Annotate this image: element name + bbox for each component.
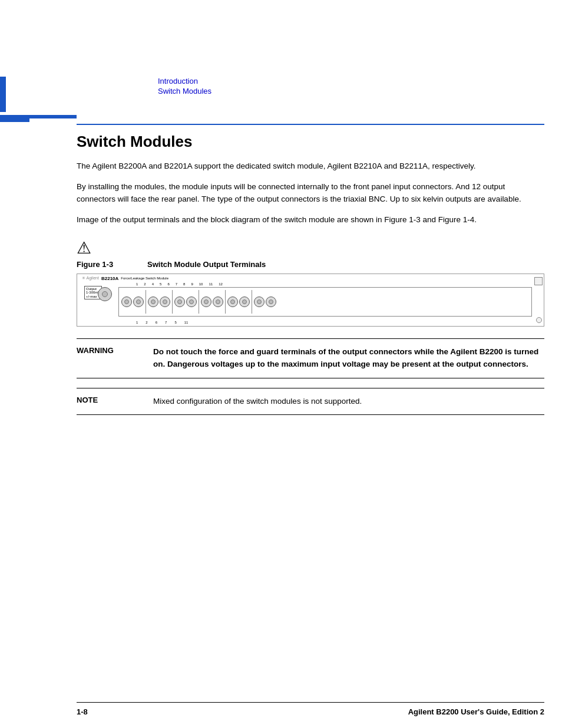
paragraph-1: The Agilent B2200A and B2201A support th… <box>77 160 544 173</box>
figure-title: Switch Module Output Terminals <box>147 260 266 269</box>
section-blue-bar2 <box>0 118 29 122</box>
bnc-4 <box>160 297 170 307</box>
warning-text: Do not touch the force and guard termina… <box>153 346 544 371</box>
footer-page-number: 1-8 <box>77 707 88 716</box>
sep-2 <box>172 290 173 314</box>
right-circle <box>536 317 542 323</box>
bnc-2 <box>133 297 144 307</box>
page-footer: 1-8 Agilent B2200 User's Guide, Edition … <box>77 702 544 716</box>
connector-pair-4 <box>201 297 223 307</box>
connector-numbers-row: 1 2 4 5 6 7 8 9 10 11 12 <box>136 282 529 286</box>
warning-section: WARNING Do not touch the force and guard… <box>77 338 544 378</box>
connector-pair-1 <box>121 297 144 307</box>
connectors-container <box>118 287 532 317</box>
diagram-model: B2210A <box>101 276 118 281</box>
footer-title: Agilent B2200 User's Guide, Edition 2 <box>408 707 544 716</box>
switch-diagram: ✳ Agilent B2210A Force/Leakage Switch Mo… <box>77 274 544 327</box>
bnc-1 <box>121 297 132 307</box>
figure-section: ⚠ Figure 1-3 Switch Module Output Termin… <box>77 238 544 327</box>
page-heading: Switch Modules <box>77 133 544 151</box>
warning-label: WARNING <box>77 346 153 355</box>
bnc-6 <box>186 297 197 307</box>
bnc-5 <box>174 297 185 307</box>
main-content: Switch Modules The Agilent B2200A and B2… <box>77 133 544 424</box>
breadcrumb: Introduction Switch Modules <box>158 77 211 95</box>
triangle-warning-icon: ⚠ <box>77 238 91 258</box>
top-rule <box>77 124 544 125</box>
connector-pair-6 <box>254 297 276 307</box>
connector-pair-3 <box>174 297 197 307</box>
caution-icon-area: ⚠ <box>77 238 544 258</box>
paragraph-2: By installing the modules, the module in… <box>77 181 544 206</box>
sep-3 <box>199 290 199 314</box>
bottom-labels-row: 1 2 6 7 5 11 <box>136 321 529 324</box>
bnc-10 <box>239 297 250 307</box>
sep-4 <box>225 290 226 314</box>
paragraph-3: Image of the output terminals and the bl… <box>77 214 544 226</box>
bnc-12 <box>266 297 276 307</box>
breadcrumb-introduction[interactable]: Introduction <box>158 77 211 85</box>
sep-1 <box>146 290 146 314</box>
sep-5 <box>252 290 252 314</box>
left-accent-bar <box>0 77 6 112</box>
bnc-9 <box>227 297 238 307</box>
diagram-subtitle: Force/Leakage Switch Module <box>121 276 168 280</box>
connector-pair-5 <box>227 297 250 307</box>
bnc-8 <box>213 297 223 307</box>
diagram-logo: ✳ Agilent <box>82 276 99 281</box>
right-handle <box>534 277 543 285</box>
connector-pair-2 <box>148 297 170 307</box>
bnc-3 <box>148 297 158 307</box>
left-large-circle <box>98 287 112 301</box>
note-label: NOTE <box>77 396 153 404</box>
figure-caption-row: Figure 1-3 Switch Module Output Terminal… <box>77 260 544 269</box>
figure-label: Figure 1-3 <box>77 260 135 269</box>
bnc-11 <box>254 297 265 307</box>
note-section: NOTE Mixed configuration of the switch m… <box>77 388 544 416</box>
note-text: Mixed configuration of the switch module… <box>153 396 544 408</box>
breadcrumb-switch-modules[interactable]: Switch Modules <box>158 87 211 95</box>
diagram-header: ✳ Agilent B2210A Force/Leakage Switch Mo… <box>82 276 168 281</box>
bnc-7 <box>201 297 211 307</box>
